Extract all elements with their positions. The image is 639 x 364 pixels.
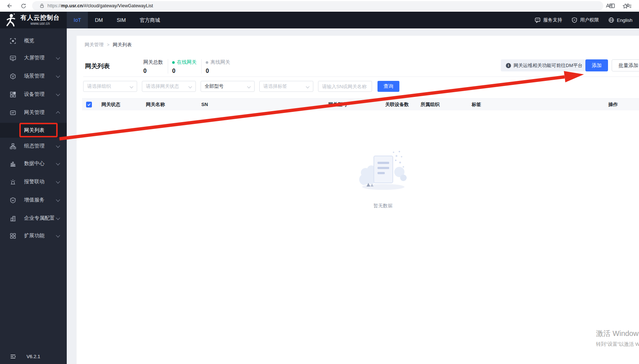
sidebar-item-label: 数据中心 (24, 160, 44, 167)
sidebar-item-value-added[interactable]: 增值服务 (0, 192, 67, 208)
app-header: 有人云控制台 www.usr.cn IoT DM SIM 官方商城 服务支持 用… (0, 12, 639, 28)
breadcrumb: 网关管理 > 网关列表 (85, 42, 132, 48)
sidebar-item-overview[interactable]: 概览 (0, 32, 67, 49)
stat-divider (201, 59, 202, 74)
chevron-down-icon (130, 85, 133, 89)
language-switch[interactable]: English (608, 17, 632, 23)
online-dot-icon (172, 61, 175, 64)
chevron-down-icon (247, 85, 251, 89)
offline-dot-icon (206, 61, 208, 64)
user-permissions[interactable]: 用户权限 (572, 17, 599, 23)
breadcrumb-separator: > (107, 42, 109, 47)
stat-online-value: 0 (172, 68, 197, 74)
sidebar-item-label: 报警联动 (24, 179, 44, 185)
col-gateway-status: 网关状态 (101, 99, 120, 110)
data-icon (10, 161, 16, 167)
select-all-checkbox[interactable] (86, 102, 92, 107)
sidebar-item-label: 网关管理 (24, 109, 44, 116)
app-version: V6.2.1 (0, 354, 67, 359)
globe-icon (608, 17, 614, 23)
sidebar-item-label: 场景管理 (24, 73, 44, 79)
chevron-down-icon (56, 197, 60, 201)
sidebar-item-label: 企业专属配置 (24, 215, 55, 222)
empty-state-illustration (356, 146, 410, 193)
language-label: English (617, 17, 632, 23)
page-title: 网关列表 (85, 62, 110, 70)
sn-search-input[interactable] (318, 81, 372, 92)
sidebar-subitem-label: 网关列表 (24, 127, 44, 134)
sidebar-item-extensions[interactable]: 扩展功能 (0, 227, 67, 244)
chevron-down-icon (56, 179, 60, 183)
sidebar-item-screen-mgmt[interactable]: 大屏管理 (0, 50, 67, 66)
gateway-status-select[interactable]: 请选择网关状态 (142, 81, 196, 92)
sidebar-item-label: 设备管理 (24, 91, 44, 98)
add-button[interactable]: 添加 (585, 59, 608, 71)
address-bar[interactable]: https://mp.usr.cn/#/cloud/gateway/ViewGa… (32, 1, 603, 11)
shield-icon (572, 17, 577, 23)
refresh-icon[interactable] (19, 1, 28, 10)
sidebar-item-config-mgmt[interactable]: 组态管理 (0, 138, 67, 154)
gateway-icon (10, 110, 16, 116)
batch-add-button[interactable]: 批量添加 (612, 59, 639, 71)
dm-platform-notice-label: 网关运维相关功能可前往DM平台 (514, 62, 582, 69)
sidebar-item-device-mgmt[interactable]: 设备管理 (0, 86, 67, 103)
service-support[interactable]: 服务支持 (535, 17, 562, 23)
breadcrumb-gateway-mgmt[interactable]: 网关管理 (85, 42, 104, 48)
config-icon (10, 143, 16, 149)
gateway-list-panel: 网关管理 > 网关列表 网关列表 网关总数 0 在线网关 0 离线网关 0 i … (77, 36, 639, 364)
sidebar-item-label: 概览 (24, 38, 34, 44)
section-divider (83, 77, 639, 77)
chat-icon (535, 17, 541, 23)
stat-online-gateways: 在线网关 0 (172, 59, 197, 74)
main-content: 网关管理 > 网关列表 网关列表 网关总数 0 在线网关 0 离线网关 0 i … (67, 28, 639, 364)
overview-icon (10, 38, 16, 44)
chevron-down-icon (189, 85, 192, 89)
sidebar-item-enterprise-config[interactable]: 企业专属配置 (0, 210, 67, 227)
sidebar-item-label: 扩展功能 (24, 232, 44, 239)
chevron-down-icon (56, 144, 60, 148)
stat-offline-value: 0 (206, 68, 230, 74)
chevron-down-icon (56, 74, 60, 78)
app-title: 有人云控制台 (20, 15, 60, 21)
breadcrumb-gateway-list: 网关列表 (113, 42, 132, 48)
split-screen-icon[interactable] (608, 1, 616, 10)
col-sn: SN (201, 99, 208, 110)
sidebar-item-gateway-mgmt[interactable]: 网关管理 (0, 104, 67, 121)
user-permissions-label: 用户权限 (580, 17, 599, 23)
service-support-label: 服务支持 (543, 17, 562, 23)
usr-person-logo-icon (4, 13, 18, 27)
chevron-down-icon (306, 85, 310, 89)
stat-total-gateways: 网关总数 0 (143, 59, 163, 74)
tag-select[interactable]: 请选择标签 (259, 81, 313, 92)
chevron-down-icon (56, 233, 60, 237)
collections-icon[interactable] (624, 1, 633, 10)
sidebar-item-gateway-list[interactable]: 网关列表 (0, 123, 67, 138)
alarm-icon (10, 179, 16, 185)
back-icon[interactable] (5, 1, 14, 10)
sidebar-item-scene-mgmt[interactable]: 场景管理 (0, 68, 67, 85)
chevron-down-icon (56, 92, 60, 96)
sidebar-item-alarm-linkage[interactable]: 报警联动 (0, 173, 67, 190)
screen-icon (10, 55, 16, 61)
table-header-row: 网关状态 网关名称 SN 网关型号 关联设备数 所属组织 标签 操作 (82, 98, 639, 110)
stat-divider (168, 59, 168, 74)
tab-dm[interactable]: DM (88, 12, 110, 28)
chevron-down-icon (56, 216, 60, 220)
chevron-up-icon (56, 111, 60, 115)
browser-toolbar: https://mp.usr.cn/#/cloud/gateway/ViewGa… (0, 0, 639, 12)
sidebar-item-data-center[interactable]: 数据中心 (0, 155, 67, 172)
search-button[interactable]: 查询 (377, 81, 399, 92)
tab-mall[interactable]: 官方商城 (133, 12, 167, 28)
org-select[interactable]: 请选择组织 (83, 81, 137, 92)
sidebar-item-label: 大屏管理 (24, 55, 44, 61)
tab-iot[interactable]: IoT (67, 12, 88, 28)
tab-sim[interactable]: SIM (110, 12, 133, 28)
vas-icon (10, 197, 16, 203)
model-select[interactable]: 全部型号 (201, 81, 255, 92)
scene-icon (10, 73, 16, 79)
logo[interactable]: 有人云控制台 www.usr.cn (0, 12, 67, 28)
enterprise-icon (10, 215, 16, 222)
dm-platform-notice[interactable]: i 网关运维相关功能可前往DM平台 (501, 59, 588, 71)
url-text: https://mp.usr.cn/#/cloud/gateway/ViewGa… (47, 3, 153, 8)
col-linked-devices: 关联设备数 (385, 99, 409, 110)
